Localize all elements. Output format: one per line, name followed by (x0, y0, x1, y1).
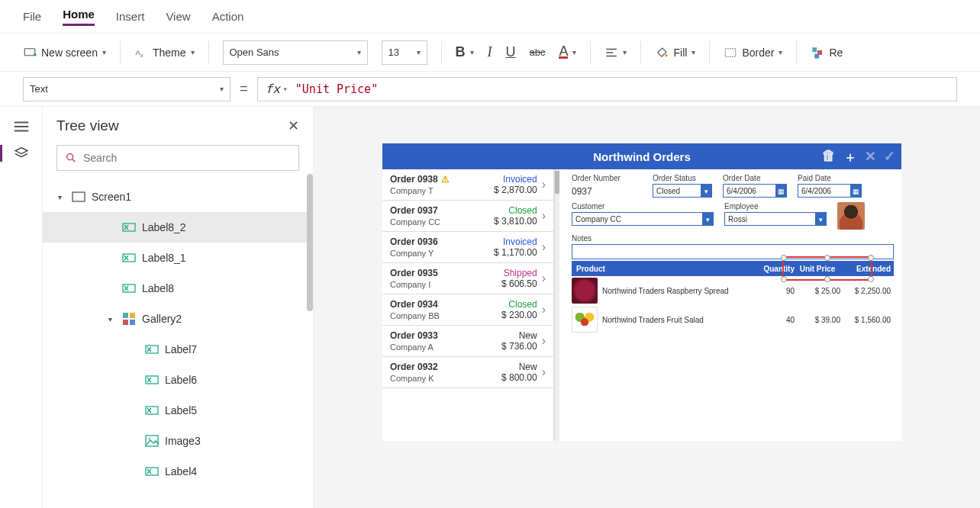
font-size-select[interactable]: 13 ▾ (382, 40, 427, 65)
italic-button[interactable]: I (488, 44, 492, 60)
theme-button[interactable]: Aa Theme ▾ (134, 46, 195, 59)
separator (120, 41, 121, 64)
order-date-input[interactable]: 6/4/2006▦ (723, 184, 787, 198)
label-icon (145, 404, 159, 417)
tree-gallery-node[interactable]: ▾ Gallery2 (43, 304, 313, 334)
app-title: Northwind Orders (593, 150, 691, 163)
separator (640, 41, 641, 64)
chevron-down-icon: ▾ (108, 315, 116, 323)
customer-select[interactable]: Company CC▾ (572, 212, 714, 226)
order-amount: $ 606.50 (501, 278, 537, 289)
label-icon (145, 373, 159, 387)
order-list-item[interactable]: Order 0932 Company K New $ 800.00 › (382, 357, 553, 388)
new-screen-button[interactable]: New screen ▾ (23, 46, 106, 59)
screen-icon (72, 190, 85, 204)
col-unit-price[interactable]: Unit Price (795, 265, 840, 273)
employee-avatar (837, 202, 865, 230)
paid-date-value: 6/4/2006 (801, 187, 831, 195)
order-list-item[interactable]: Order 0937 Company CC Closed $ 3,810.00 … (382, 201, 553, 232)
tree-scrollbar-thumb[interactable] (307, 174, 313, 311)
order-status-select[interactable]: Closed▾ (653, 184, 712, 198)
app-header-actions: 🗑 ＋ ✕ ✓ (822, 148, 895, 166)
paid-date-label: Paid Date (798, 174, 862, 182)
menu-insert[interactable]: Insert (116, 10, 145, 23)
close-icon[interactable]: ✕ (288, 117, 299, 134)
separator (441, 41, 442, 64)
trash-icon[interactable]: 🗑 (822, 148, 836, 166)
menu-view[interactable]: View (166, 10, 190, 23)
fill-button[interactable]: Fill ▾ (655, 46, 695, 59)
calendar-icon: ▦ (775, 185, 786, 197)
order-list-item[interactable]: Order 0938⚠ Company T Invoiced $ 2,870.0… (382, 169, 553, 201)
svg-rect-5 (813, 47, 817, 52)
line-item-row[interactable]: Northwind Traders Raspberry Spread 90 $ … (572, 276, 894, 305)
font-color-icon: A (559, 46, 568, 59)
reorder-button[interactable]: Re (811, 46, 843, 59)
tree-node-label: Label8 (142, 282, 174, 294)
order-company: Company BB (390, 311, 501, 320)
chevron-down-icon: ▾ (470, 48, 474, 56)
order-list-item[interactable]: Order 0933 Company A New $ 736.00 › (382, 326, 553, 357)
tree-label-node[interactable]: Label8_1 (43, 243, 313, 273)
strike-button[interactable]: abc (530, 47, 546, 58)
order-name: Order 0935 (390, 268, 501, 278)
svg-rect-18 (146, 376, 158, 384)
reorder-icon (811, 46, 824, 59)
tree-label-node[interactable]: Label8_2 (43, 212, 313, 243)
tree-screen-node[interactable]: ▾ Screen1 (43, 182, 313, 212)
menu-file[interactable]: File (23, 10, 41, 23)
underline-button[interactable]: U (506, 44, 516, 60)
product-image (572, 278, 598, 304)
lineitems-header: Product Quantity Unit Price Extended (572, 261, 894, 276)
order-name: Order 0933 (390, 330, 501, 341)
tree-child-node[interactable]: Label4 (43, 456, 313, 487)
font-name-select[interactable]: Open Sans ▾ (223, 40, 368, 65)
col-quantity: Quantity (749, 265, 795, 273)
warning-icon: ⚠ (441, 174, 450, 185)
order-list-item[interactable]: Order 0935 Company I Shipped $ 606.50 › (382, 263, 553, 294)
order-company: Company I (390, 280, 501, 289)
chevron-down-icon: ▾ (283, 85, 288, 93)
menu-home[interactable]: Home (63, 8, 95, 26)
equals-sign: = (240, 81, 248, 97)
tree-search-box[interactable] (56, 145, 299, 171)
paid-date-input[interactable]: 6/4/2006▦ (798, 184, 862, 198)
tree-label-node[interactable]: Label8 (43, 273, 313, 304)
svg-point-21 (149, 438, 151, 440)
label-icon (122, 281, 136, 295)
tree-view-rail-button[interactable] (13, 146, 30, 159)
border-button[interactable]: Border ▾ (724, 46, 782, 59)
notes-input[interactable] (572, 244, 894, 259)
menu-action[interactable]: Action (212, 10, 244, 23)
employee-select[interactable]: Rossi▾ (724, 212, 827, 226)
tree-child-node[interactable]: Label7 (43, 334, 313, 365)
tree-child-node[interactable]: Label6 (43, 365, 313, 395)
line-item-row[interactable]: Northwind Traders Fruit Salad 40 $ 39.00… (572, 305, 894, 334)
hamburger-icon[interactable] (13, 121, 30, 133)
ribbon: New screen ▾ Aa Theme ▾ Open Sans ▾ 13 ▾… (0, 34, 980, 72)
order-status: Closed (501, 299, 537, 310)
check-icon[interactable]: ✓ (884, 148, 895, 166)
cancel-icon[interactable]: ✕ (865, 148, 876, 166)
svg-rect-4 (726, 48, 737, 56)
bold-button[interactable]: B▾ (456, 44, 474, 60)
plus-icon[interactable]: ＋ (843, 148, 857, 166)
dropdown-icon: ▾ (702, 213, 713, 225)
tree-view-title: Tree view (56, 117, 119, 134)
order-list-item[interactable]: Order 0934 Company BB Closed $ 230.00 › (382, 294, 553, 326)
formula-value: "Unit Price" (295, 82, 378, 96)
tree-child-node[interactable]: Image3 (43, 426, 313, 456)
chevron-right-icon: › (542, 334, 546, 348)
order-name: Order 0938⚠ (390, 174, 494, 185)
tree-child-node[interactable]: Label5 (43, 395, 313, 426)
order-list[interactable]: Order 0938⚠ Company T Invoiced $ 2,870.0… (382, 169, 555, 441)
separator (208, 41, 209, 64)
font-color-button[interactable]: A▾ (559, 46, 576, 59)
align-button[interactable]: ▾ (604, 46, 627, 59)
property-select[interactable]: Text ▾ (23, 77, 230, 101)
formula-input[interactable]: fx ▾ "Unit Price" (257, 77, 957, 101)
svg-rect-10 (123, 223, 135, 231)
order-company: Company CC (390, 217, 494, 227)
order-list-item[interactable]: Order 0936 Company Y Invoiced $ 1,170.00… (382, 232, 553, 263)
search-input[interactable] (83, 152, 291, 164)
